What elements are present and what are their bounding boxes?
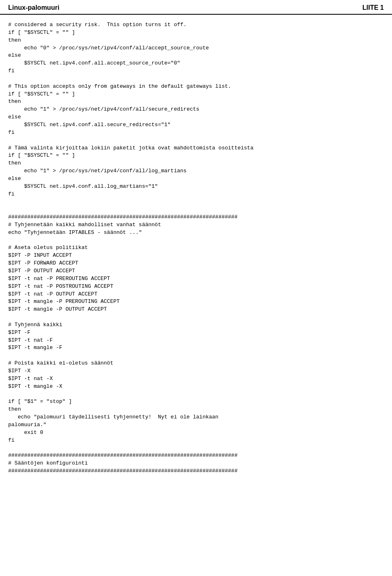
content-area: # considered a security risk. This optio… [0, 18, 392, 483]
header-right: LIITE 1 [363, 4, 384, 11]
code-block: # considered a security risk. This optio… [8, 21, 384, 475]
page-header: Linux-palomuuri LIITE 1 [0, 0, 392, 15]
header-title: Linux-palomuuri [8, 4, 59, 11]
